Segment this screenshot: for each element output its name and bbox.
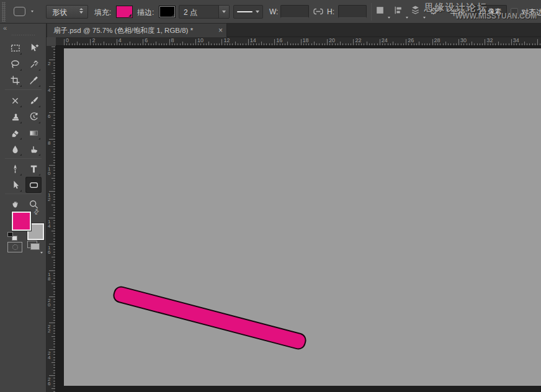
vertical-ruler[interactable]: 24681 01 21 41 61 82 02 22 42 6 bbox=[47, 46, 56, 392]
ruler-number: 2 6 bbox=[48, 377, 50, 386]
rounded-rectangle-tool[interactable] bbox=[25, 177, 42, 193]
document-tab-bar: 扇子.psd @ 75.7% (色相/饱和度 1, RGB/8) * × bbox=[47, 24, 541, 37]
ruler-tick bbox=[198, 43, 199, 45]
ruler-number: 22 bbox=[355, 37, 361, 43]
smudge-tool[interactable] bbox=[25, 141, 42, 157]
ruler-tick bbox=[382, 43, 383, 45]
hand-tool[interactable] bbox=[7, 196, 23, 212]
flyout-icon bbox=[38, 69, 40, 71]
history-brush-tool[interactable] bbox=[25, 109, 42, 125]
ruler-tick bbox=[235, 42, 236, 45]
gear-settings-icon[interactable]: ⚙ bbox=[429, 6, 437, 17]
ruler-tick bbox=[51, 231, 55, 231]
flyout-icon bbox=[20, 53, 22, 55]
ruler-tick bbox=[340, 42, 341, 45]
separator bbox=[5, 158, 42, 159]
document-tab[interactable]: 扇子.psd @ 75.7% (色相/饱和度 1, RGB/8) * × bbox=[47, 24, 227, 37]
blur-tool[interactable] bbox=[7, 141, 23, 157]
ruler-tick bbox=[53, 81, 55, 81]
ruler-tick bbox=[49, 86, 55, 87]
healing-brush-tool[interactable] bbox=[7, 92, 23, 109]
ruler-tick bbox=[125, 43, 125, 45]
stroke-width-select[interactable]: 2 点 bbox=[179, 5, 230, 19]
stroke-label: 描边: bbox=[137, 7, 154, 18]
quick-mask-button[interactable] bbox=[7, 242, 22, 252]
ruler-tick bbox=[53, 94, 55, 95]
panel-grip[interactable] bbox=[2, 2, 6, 22]
stroke-width-dropdown-button[interactable] bbox=[218, 6, 229, 18]
canvas-viewport[interactable] bbox=[56, 46, 541, 392]
width-label: W: bbox=[269, 7, 278, 16]
eyedropper-tool[interactable] bbox=[25, 72, 42, 88]
fill-color-swatch[interactable] bbox=[116, 6, 133, 18]
shape-width-input[interactable] bbox=[280, 5, 309, 18]
ruler-tick bbox=[272, 43, 272, 45]
flyout-icon bbox=[20, 122, 22, 123]
ruler-tick bbox=[359, 43, 359, 45]
ruler-tick bbox=[335, 43, 336, 45]
ruler-tick bbox=[53, 367, 55, 368]
ruler-tick bbox=[495, 43, 496, 45]
rounded-rectangle-shape[interactable] bbox=[112, 284, 308, 350]
ruler-tick bbox=[514, 43, 514, 45]
lasso-tool[interactable] bbox=[7, 56, 23, 72]
tool-preset-button[interactable] bbox=[12, 5, 37, 19]
magic-wand-tool[interactable] bbox=[25, 56, 42, 72]
shape-mode-select[interactable]: 形状 bbox=[46, 5, 88, 19]
ruler-tick bbox=[53, 312, 55, 313]
gradient-tool[interactable] bbox=[25, 125, 42, 141]
ruler-tick bbox=[53, 76, 55, 76]
ruler-tick bbox=[53, 199, 55, 200]
align-edges-checkbox[interactable] bbox=[511, 8, 518, 16]
ruler-tick bbox=[243, 43, 243, 45]
clone-stamp-tool[interactable] bbox=[7, 109, 23, 125]
foreground-color-swatch[interactable] bbox=[12, 212, 31, 231]
ruler-tick bbox=[53, 173, 55, 174]
ruler-tick bbox=[51, 47, 55, 47]
separator bbox=[5, 194, 42, 194]
path-alignment-button[interactable] bbox=[393, 5, 408, 19]
collapse-panel-button[interactable]: « bbox=[3, 24, 7, 32]
ruler-tick bbox=[493, 43, 493, 45]
eraser-tool[interactable] bbox=[7, 125, 23, 141]
ruler-tick bbox=[342, 43, 343, 45]
canvas-document[interactable] bbox=[64, 48, 541, 386]
ruler-tick bbox=[225, 43, 225, 45]
stroke-style-select[interactable] bbox=[233, 5, 263, 19]
ruler-tick bbox=[485, 39, 485, 45]
ruler-tick bbox=[527, 43, 527, 45]
move-tool[interactable] bbox=[25, 40, 42, 56]
rectangular-marquee-tool[interactable] bbox=[7, 40, 23, 56]
ruler-tick bbox=[277, 43, 277, 45]
horizontal-ruler[interactable]: 0246810121416182022242628303234 bbox=[56, 37, 541, 46]
ruler-tick bbox=[524, 42, 525, 45]
radius-input[interactable]: 15 像素 bbox=[473, 5, 507, 18]
ruler-tick bbox=[303, 43, 304, 45]
ruler-number: 34 bbox=[513, 37, 519, 43]
ruler-tick bbox=[53, 154, 55, 155]
shape-height-input[interactable] bbox=[338, 5, 367, 18]
ruler-tick bbox=[53, 378, 55, 378]
screen-mode-button[interactable] bbox=[27, 241, 42, 252]
flyout-icon bbox=[20, 138, 22, 140]
stroke-color-swatch[interactable] bbox=[159, 6, 176, 18]
ruler-tick bbox=[221, 39, 222, 45]
panel-grip[interactable] bbox=[11, 34, 35, 36]
path-arrangement-button[interactable] bbox=[410, 5, 425, 19]
close-icon[interactable]: × bbox=[218, 24, 223, 37]
ruler-tick bbox=[322, 43, 323, 45]
ruler-number: 6 bbox=[48, 114, 50, 118]
type-tool[interactable] bbox=[25, 161, 42, 177]
brush-tool[interactable] bbox=[25, 92, 42, 109]
ruler-tick bbox=[193, 43, 194, 45]
ruler-tick bbox=[348, 43, 349, 45]
ruler-tick bbox=[308, 43, 309, 45]
ruler-number: 28 bbox=[434, 37, 440, 43]
default-colors-icon[interactable] bbox=[7, 232, 17, 241]
pen-tool[interactable] bbox=[7, 161, 23, 177]
path-selection-tool[interactable] bbox=[7, 177, 23, 193]
link-dimensions-icon[interactable] bbox=[313, 8, 323, 15]
path-operations-button[interactable] bbox=[375, 5, 390, 19]
crop-tool[interactable] bbox=[7, 72, 23, 88]
ruler-tick bbox=[53, 57, 55, 58]
